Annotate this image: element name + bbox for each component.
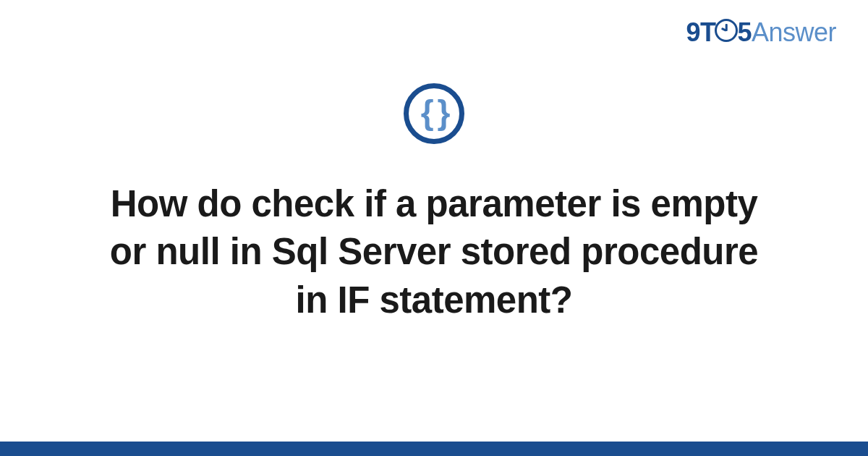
main-content: { } How do check if a parameter is empty… xyxy=(0,83,868,324)
logo-text-answer: Answer xyxy=(752,17,836,47)
logo-text-5: 5 xyxy=(737,17,752,47)
clock-icon xyxy=(715,19,738,42)
site-logo: 9T5Answer xyxy=(686,17,836,48)
code-braces-icon: { } xyxy=(421,96,448,132)
category-badge: { } xyxy=(404,83,464,144)
footer-accent-bar xyxy=(0,442,868,456)
logo-text-9t: 9T xyxy=(686,17,715,47)
question-title: How do check if a parameter is empty or … xyxy=(65,180,803,324)
